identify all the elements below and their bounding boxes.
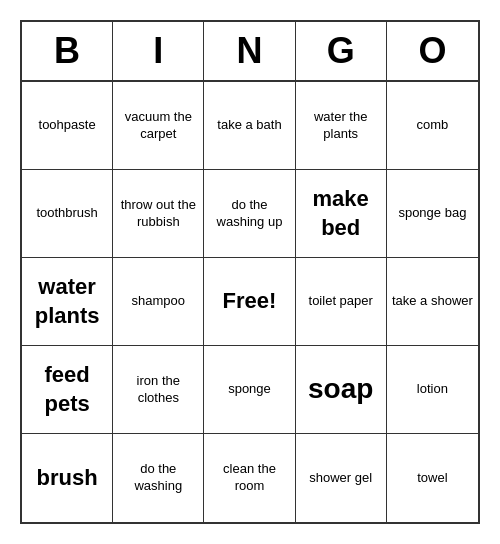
bingo-cell-14: take a shower xyxy=(387,258,478,346)
bingo-cell-19: lotion xyxy=(387,346,478,434)
bingo-cell-8: make bed xyxy=(296,170,387,258)
bingo-cell-15: feed pets xyxy=(22,346,113,434)
bingo-cell-17: sponge xyxy=(204,346,295,434)
bingo-cell-11: shampoo xyxy=(113,258,204,346)
bingo-cell-2: take a bath xyxy=(204,82,295,170)
bingo-letter-o: O xyxy=(387,22,478,80)
bingo-cell-22: clean the room xyxy=(204,434,295,522)
bingo-header: BINGO xyxy=(22,22,478,82)
bingo-grid: toohpastevacuum the carpettake a bathwat… xyxy=(22,82,478,522)
bingo-cell-23: shower gel xyxy=(296,434,387,522)
bingo-cell-20: brush xyxy=(22,434,113,522)
bingo-cell-12: Free! xyxy=(204,258,295,346)
bingo-cell-6: throw out the rubbish xyxy=(113,170,204,258)
bingo-cell-9: sponge bag xyxy=(387,170,478,258)
bingo-cell-5: toothbrush xyxy=(22,170,113,258)
bingo-cell-7: do the washing up xyxy=(204,170,295,258)
bingo-letter-g: G xyxy=(296,22,387,80)
bingo-cell-18: soap xyxy=(296,346,387,434)
bingo-cell-10: water plants xyxy=(22,258,113,346)
bingo-letter-n: N xyxy=(204,22,295,80)
bingo-cell-0: toohpaste xyxy=(22,82,113,170)
bingo-cell-24: towel xyxy=(387,434,478,522)
bingo-letter-b: B xyxy=(22,22,113,80)
bingo-cell-3: water the plants xyxy=(296,82,387,170)
bingo-cell-21: do the washing xyxy=(113,434,204,522)
bingo-letter-i: I xyxy=(113,22,204,80)
bingo-card: BINGO toohpastevacuum the carpettake a b… xyxy=(20,20,480,524)
bingo-cell-4: comb xyxy=(387,82,478,170)
bingo-cell-16: iron the clothes xyxy=(113,346,204,434)
bingo-cell-13: toilet paper xyxy=(296,258,387,346)
bingo-cell-1: vacuum the carpet xyxy=(113,82,204,170)
